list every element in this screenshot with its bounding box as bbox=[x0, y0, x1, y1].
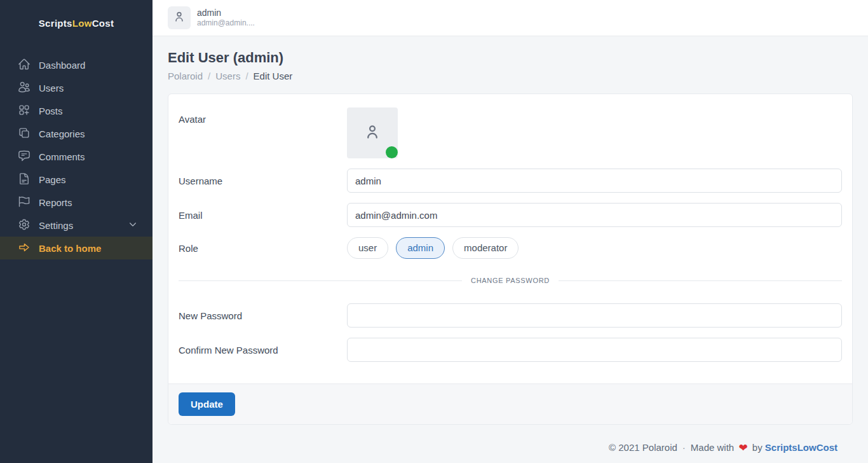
sidebar-item-label: Dashboard bbox=[39, 60, 85, 71]
sidebar-item-back-to-home[interactable]: Back to home bbox=[0, 237, 153, 259]
sidebar-item-settings[interactable]: Settings bbox=[0, 214, 153, 237]
role-label: Role bbox=[179, 243, 347, 254]
app-window: ScriptsLowCost Dashboard Users Posts Cat… bbox=[0, 0, 868, 463]
breadcrumb-separator: / bbox=[245, 71, 248, 81]
page-content: Edit User (admin) Polaroid / Users / Edi… bbox=[153, 36, 868, 463]
confirm-password-row: Confirm New Password bbox=[179, 338, 842, 362]
username-input[interactable] bbox=[347, 169, 842, 193]
confirm-password-label: Confirm New Password bbox=[179, 345, 347, 356]
sidebar-item-posts[interactable]: Posts bbox=[0, 99, 153, 122]
sidebar-item-dashboard[interactable]: Dashboard bbox=[0, 53, 153, 76]
sidebar-item-label: Comments bbox=[39, 151, 85, 162]
breadcrumb-separator: / bbox=[208, 71, 210, 81]
role-option-admin[interactable]: admin bbox=[396, 237, 445, 259]
made-with-text: Made with bbox=[691, 442, 734, 453]
sidebar-item-label: Posts bbox=[39, 106, 63, 116]
sidebar-item-label: Categories bbox=[39, 128, 85, 139]
divider-line bbox=[179, 280, 462, 281]
sidebar-item-label: Pages bbox=[39, 174, 66, 185]
page-footer: © 2021 Polaroid·Made with ❤ by ScriptsLo… bbox=[168, 425, 853, 455]
card-footer: Update bbox=[168, 384, 852, 424]
breadcrumb: Polaroid / Users / Edit User bbox=[168, 71, 853, 81]
copyright-text: © 2021 Polaroid bbox=[609, 442, 677, 453]
person-icon bbox=[363, 122, 382, 144]
avatar-upload[interactable] bbox=[347, 107, 398, 158]
role-row: Role user admin moderator bbox=[179, 237, 842, 259]
divider-label: CHANGE PASSWORD bbox=[471, 277, 550, 284]
sidebar-item-pages[interactable]: Pages bbox=[0, 168, 153, 191]
breadcrumb-users[interactable]: Users bbox=[215, 71, 240, 81]
avatar-label: Avatar bbox=[179, 107, 347, 125]
chat-bubble-icon bbox=[18, 149, 31, 164]
change-password-divider: CHANGE PASSWORD bbox=[179, 277, 842, 284]
footer-dot: · bbox=[682, 442, 686, 453]
edit-user-form: Avatar Username Email bbox=[168, 94, 852, 384]
squares-plus-icon bbox=[18, 104, 31, 118]
email-row: Email bbox=[179, 203, 842, 227]
edit-user-card: Avatar Username Email bbox=[168, 93, 853, 425]
divider-line bbox=[559, 280, 842, 281]
sidebar-item-comments[interactable]: Comments bbox=[0, 145, 153, 168]
sidebar-item-users[interactable]: Users bbox=[0, 76, 153, 99]
sidebar-item-reports[interactable]: Reports bbox=[0, 191, 153, 214]
role-option-moderator[interactable]: moderator bbox=[452, 237, 519, 259]
footer-brand-link[interactable]: ScriptsLowCost bbox=[765, 442, 837, 453]
user-email: admin@admin.... bbox=[197, 18, 255, 28]
username-row: Username bbox=[179, 169, 842, 193]
logo-part-low: Low bbox=[72, 18, 92, 29]
email-input[interactable] bbox=[347, 203, 842, 227]
breadcrumb-current: Edit User bbox=[254, 71, 293, 81]
sidebar-item-label: Settings bbox=[39, 220, 73, 231]
sidebar-item-categories[interactable]: Categories bbox=[0, 122, 153, 145]
heart-icon: ❤ bbox=[738, 442, 747, 454]
new-password-input[interactable] bbox=[347, 303, 842, 328]
person-icon bbox=[172, 10, 186, 26]
username-label: Username bbox=[179, 176, 347, 186]
flag-icon bbox=[18, 195, 31, 210]
logo-part-scripts: Scripts bbox=[39, 18, 72, 29]
gear-icon bbox=[18, 218, 31, 233]
chevron-down-icon bbox=[128, 220, 137, 231]
home-icon bbox=[18, 58, 31, 73]
main-area: admin admin@admin.... Edit User (admin) … bbox=[153, 0, 868, 463]
role-options: user admin moderator bbox=[347, 237, 842, 259]
users-icon bbox=[18, 81, 31, 95]
by-text: by bbox=[752, 442, 763, 453]
avatar bbox=[168, 6, 191, 29]
page-title: Edit User (admin) bbox=[168, 50, 853, 66]
brand-logo[interactable]: ScriptsLowCost bbox=[0, 0, 153, 46]
document-icon bbox=[18, 172, 31, 187]
copy-icon bbox=[18, 127, 31, 141]
arrow-right-icon bbox=[18, 241, 31, 256]
user-name: admin bbox=[197, 8, 255, 18]
new-password-row: New Password bbox=[179, 303, 842, 328]
update-button[interactable]: Update bbox=[179, 392, 235, 416]
topbar: admin admin@admin.... bbox=[153, 0, 868, 36]
new-password-label: New Password bbox=[179, 310, 347, 321]
sidebar-nav: Dashboard Users Posts Categories Comment… bbox=[0, 46, 153, 259]
sidebar-item-label: Reports bbox=[39, 197, 72, 208]
online-status-dot bbox=[386, 146, 398, 158]
email-label: Email bbox=[179, 210, 347, 221]
sidebar: ScriptsLowCost Dashboard Users Posts Cat… bbox=[0, 0, 153, 463]
sidebar-item-label: Back to home bbox=[39, 243, 101, 254]
role-option-user[interactable]: user bbox=[347, 237, 388, 259]
logo-part-cost: Cost bbox=[92, 18, 114, 29]
breadcrumb-polaroid[interactable]: Polaroid bbox=[168, 71, 203, 81]
avatar-row: Avatar bbox=[179, 107, 842, 158]
user-menu[interactable]: admin admin@admin.... bbox=[168, 6, 255, 29]
sidebar-item-label: Users bbox=[39, 83, 64, 93]
confirm-password-input[interactable] bbox=[347, 338, 842, 362]
